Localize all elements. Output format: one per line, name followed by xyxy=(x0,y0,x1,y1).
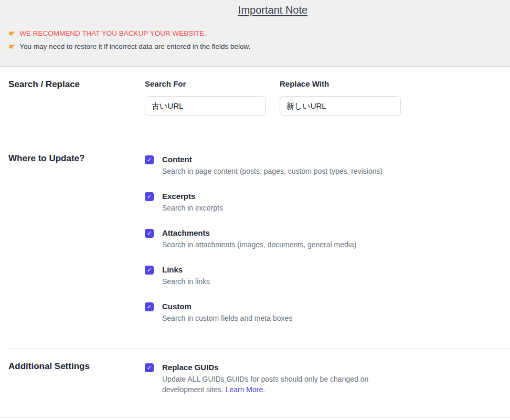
section-divider xyxy=(8,141,510,141)
attachments-checkbox[interactable]: ✓ xyxy=(145,229,154,238)
links-label: Links xyxy=(162,265,210,275)
link-suffix: . xyxy=(263,385,265,394)
search-for-field-group: Search For xyxy=(145,79,266,116)
checkbox-text: Custom Search in custom fields and meta … xyxy=(162,301,292,323)
attachments-label: Attachments xyxy=(162,228,356,238)
section-heading-where-to-update: Where to Update? xyxy=(8,153,84,164)
links-description: Search in links xyxy=(162,276,210,287)
restore-note-text: You may need to restore it if incorrect … xyxy=(19,43,250,51)
bottom-divider xyxy=(0,417,510,418)
checkmark-icon: ✓ xyxy=(147,267,152,273)
replace-guids-checkbox[interactable]: ✓ xyxy=(145,363,154,372)
checkmark-icon: ✓ xyxy=(147,304,152,310)
restore-note: ☛ You may need to restore it if incorrec… xyxy=(8,43,250,51)
checkbox-row-excerpts: ✓ Excerpts Search in excerpts xyxy=(145,191,223,213)
checkbox-row-content: ✓ Content Search in page content (posts,… xyxy=(145,154,382,176)
checkbox-text: Replace GUIDs Update ALL GUIDs GUIDs for… xyxy=(162,362,372,395)
replace-guids-description: Update ALL GUIDs GUIDs for posts should … xyxy=(162,374,372,395)
attachments-description: Search in attachments (images, documents… xyxy=(162,239,356,250)
checkbox-text: Links Search in links xyxy=(162,265,210,287)
content-checkbox[interactable]: ✓ xyxy=(145,155,154,164)
pointing-hand-icon: ☛ xyxy=(8,43,16,51)
checkbox-row-replace-guids: ✓ Replace GUIDs Update ALL GUIDs GUIDs f… xyxy=(145,362,372,395)
settings-page: Important Note ☛ WE RECOMMEND THAT YOU B… xyxy=(0,0,510,420)
pointing-hand-icon: ☛ xyxy=(8,29,16,38)
excerpts-label: Excerpts xyxy=(162,191,223,202)
section-heading-additional-settings: Additional Settings xyxy=(8,361,90,372)
checkbox-row-attachments: ✓ Attachments Search in attachments (ima… xyxy=(145,228,356,250)
checkbox-row-custom: ✓ Custom Search in custom fields and met… xyxy=(145,301,292,323)
page-title: Important Note xyxy=(0,4,510,16)
content-description: Search in page content (posts, pages, cu… xyxy=(162,166,382,176)
custom-description: Search in custom fields and meta boxes xyxy=(162,313,292,323)
section-divider xyxy=(8,348,510,349)
search-for-input[interactable] xyxy=(145,96,266,116)
checkbox-text: Content Search in page content (posts, p… xyxy=(162,154,382,176)
checkmark-icon: ✓ xyxy=(147,230,152,236)
checkbox-row-links: ✓ Links Search in links xyxy=(145,265,210,287)
replace-with-label: Replace With xyxy=(280,79,401,89)
checkmark-icon: ✓ xyxy=(147,157,152,163)
custom-label: Custom xyxy=(162,301,292,312)
learn-more-link[interactable]: Learn More xyxy=(226,385,263,394)
checkbox-text: Excerpts Search in excerpts xyxy=(162,191,223,213)
checkmark-icon: ✓ xyxy=(147,194,152,200)
replace-guids-description-text: Update ALL GUIDs GUIDs for posts should … xyxy=(162,375,368,394)
backup-warning: ☛ WE RECOMMEND THAT YOU BACKUP YOUR WEBS… xyxy=(8,29,206,38)
checkmark-icon: ✓ xyxy=(147,365,152,371)
search-for-label: Search For xyxy=(145,79,266,89)
section-heading-search-replace: Search / Replace xyxy=(8,79,80,90)
content-label: Content xyxy=(162,154,382,165)
links-checkbox[interactable]: ✓ xyxy=(145,266,154,275)
replace-guids-label: Replace GUIDs xyxy=(162,362,372,373)
important-note-banner: Important Note ☛ WE RECOMMEND THAT YOU B… xyxy=(0,0,510,67)
backup-warning-text: WE RECOMMEND THAT YOU BACKUP YOUR WEBSIT… xyxy=(19,29,206,38)
excerpts-checkbox[interactable]: ✓ xyxy=(145,192,154,201)
checkbox-text: Attachments Search in attachments (image… xyxy=(162,228,356,250)
custom-checkbox[interactable]: ✓ xyxy=(145,302,154,311)
replace-with-input[interactable] xyxy=(280,96,401,116)
replace-with-field-group: Replace With xyxy=(280,79,401,116)
excerpts-description: Search in excerpts xyxy=(162,203,223,213)
